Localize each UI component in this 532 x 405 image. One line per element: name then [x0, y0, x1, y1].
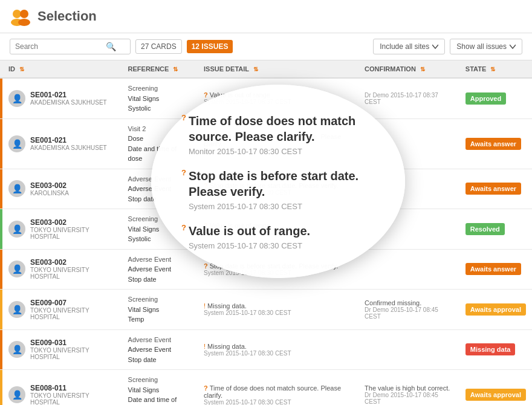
user-group-icon — [10, 5, 31, 27]
search-icon: 🔍 — [106, 42, 116, 51]
id-cell: 👤 SE001-021 AKADEMISKA SJUKHUSET — [2, 118, 122, 169]
issue-text: ?Stop date is before start date. Please … — [204, 182, 352, 189]
table-row[interactable]: 👤 SE008-011 TOKYO UNIVERSITY HOSPITAL Sc… — [0, 370, 532, 406]
page-title: Selection — [37, 8, 97, 24]
issue-icon: ? — [204, 91, 208, 99]
institution: AKADEMISKA SJUKHUSET — [30, 99, 107, 106]
id-col-header[interactable]: ID ⇅ — [2, 60, 122, 78]
table-row[interactable]: 👤 SE003-002 KAROLINSKA Adverse Event Adv… — [0, 169, 532, 209]
conf-time: Dr Demo 2015-10-17 08:37 CEST — [365, 92, 453, 105]
confirmation-cell: The value is high but correct. Dr Demo 2… — [358, 370, 459, 406]
confirmation-cell: Confirmed missing. Dr Demo 2015-10-17 08… — [358, 290, 459, 330]
issue-icon: ! — [204, 343, 206, 350]
sort-arrows-id[interactable]: ⇅ — [19, 66, 24, 73]
state-col-header[interactable]: STATE ⇅ — [459, 60, 532, 78]
table-row[interactable]: 👤 SE009-031 TOKYO UNIVERSITY HOSPITAL Ad… — [0, 329, 532, 370]
conf-text: Confirmed missing. — [365, 299, 453, 306]
state-badge: Missing data — [465, 343, 516, 355]
ref-line2: Vital Signs — [128, 94, 192, 104]
institution: KAROLINSKA — [30, 190, 69, 196]
state-cell: Awaits answer — [459, 249, 532, 290]
issues-badge[interactable]: 12 ISSUES — [187, 40, 233, 53]
issue-icon: ! — [204, 302, 206, 309]
ref-line1: Screening — [128, 83, 192, 94]
state-cell: Awaits approval — [459, 370, 532, 406]
issue-icon: ? — [204, 222, 208, 229]
table-row[interactable]: 👤 SE001-021 AKADEMISKA SJUKHUSET Screeni… — [0, 78, 532, 118]
avatar: 👤 — [8, 261, 25, 277]
institution: TOKYO UNIVERSITY HOSPITAL — [30, 267, 116, 280]
id-cell: 👤 SE009-007 TOKYO UNIVERSITY HOSPITAL — [2, 290, 122, 330]
confirmation-cell — [358, 118, 459, 169]
sort-arrows-conf[interactable]: ⇅ — [420, 66, 425, 73]
table-row[interactable]: 👤 SE003-002 TOKYO UNIVERSITY HOSPITAL Sc… — [0, 209, 532, 250]
issue-cell: ?Stop date is before start date. Please … — [198, 169, 358, 209]
sites-dropdown[interactable]: Include all sites — [373, 39, 445, 54]
ref-line3: Stop date — [128, 194, 192, 204]
issue-col-header[interactable]: ISSUE DETAIL ⇅ — [198, 60, 358, 78]
ref-line2: Vital Signs — [128, 224, 192, 235]
state-badge: Awaits answer — [465, 183, 521, 195]
issue-text: ?Value is out of range. — [204, 222, 352, 229]
confirmation-cell — [358, 329, 459, 370]
issue-text: ?Time of dose does not match source. Ple… — [204, 133, 352, 147]
search-box[interactable]: 🔍 — [10, 39, 131, 54]
issue-text: !Missing data. — [204, 343, 352, 350]
issue-time: System 2015-10-17 08:30 CEST — [204, 309, 352, 316]
state-badge: Approved — [465, 92, 506, 105]
ref-line3: Systolic — [128, 103, 192, 114]
sort-arrows-ref[interactable]: ⇅ — [173, 66, 178, 73]
cards-badge: 27 CARDS — [135, 39, 182, 54]
sort-arrows-issue[interactable]: ⇅ — [253, 66, 258, 73]
table-row[interactable]: 👤 SE001-021 AKADEMISKA SJUKHUSET Visit 2… — [0, 118, 532, 169]
subject-id: SE008-011 — [30, 384, 116, 392]
svg-point-0 — [13, 10, 21, 18]
avatar: 👤 — [8, 180, 25, 197]
avatar: 👤 — [8, 386, 25, 403]
ref-line3: Date and time of dose — [128, 144, 192, 164]
chevron-down-icon — [510, 44, 516, 50]
avatar: 👤 — [8, 90, 25, 107]
state-cell: Awaits answer — [459, 169, 532, 209]
state-badge: Resolved — [465, 223, 505, 235]
issue-text: !Missing data. — [204, 302, 352, 309]
ref-line2: Vital Signs — [128, 305, 192, 315]
table-row[interactable]: 👤 SE009-007 TOKYO UNIVERSITY HOSPITAL Sc… — [0, 290, 532, 330]
institution: TOKYO UNIVERSITY HOSPITAL — [30, 347, 116, 360]
ref-line1: Adverse Event — [128, 254, 192, 265]
institution: AKADEMISKA SJUKHUSET — [30, 144, 107, 151]
issue-cell: ?Stop date is before start date. Please … — [198, 249, 358, 290]
reference-cell: Adverse Event Adverse Event Stop date — [122, 169, 198, 209]
issue-icon: ? — [204, 262, 208, 270]
issue-time: System 2015-10-17 08:30 CEST — [204, 189, 352, 196]
issue-text: ?Time of dose does not match source. Ple… — [204, 384, 352, 399]
table-row[interactable]: 👤 SE003-002 TOKYO UNIVERSITY HOSPITAL Ad… — [0, 249, 532, 290]
ref-line1: Visit 2 — [128, 124, 192, 134]
ref-line3: Systolic — [128, 234, 192, 244]
reference-cell: Adverse Event Adverse Event Stop date — [122, 249, 198, 290]
svg-point-1 — [20, 10, 28, 18]
ref-line3: Temp — [128, 314, 192, 325]
search-input[interactable] — [15, 42, 106, 51]
issue-time: Monitor 2015-10-17 08:30 CEST — [204, 147, 352, 154]
svg-point-3 — [18, 19, 30, 26]
reference-cell: Screening Vital Signs Systolic — [122, 209, 198, 250]
ref-line2: Adverse Event — [128, 264, 192, 274]
sort-arrows-state[interactable]: ⇅ — [490, 66, 495, 73]
issue-time: System 2015-10-17 08:30 CEST — [204, 270, 352, 276]
issue-cell: ?Value is out of range. System 2015-10-1… — [198, 78, 358, 118]
subject-id: SE003-002 — [30, 218, 116, 227]
issue-cell: ?Time of dose does not match source. Ple… — [198, 118, 358, 169]
conf-time: Dr Demo 2015-10-17 08:45 CEST — [365, 392, 453, 405]
reference-cell: Adverse Event Adverse Event Stop date — [122, 329, 198, 370]
reference-col-header[interactable]: REFERENCE ⇅ — [122, 60, 198, 78]
conf-col-header[interactable]: CONFIRMATION ⇅ — [358, 60, 459, 78]
avatar: 👤 — [8, 221, 25, 238]
institution: TOKYO UNIVERSITY HOSPITAL — [30, 307, 116, 320]
ref-line3: Stop date — [128, 355, 192, 365]
confirmation-cell — [358, 169, 459, 209]
ref-line3: Stop date — [128, 274, 192, 285]
avatar: 👤 — [8, 135, 25, 152]
chevron-down-icon — [432, 44, 438, 50]
issues-dropdown[interactable]: Show all issues — [450, 39, 522, 54]
